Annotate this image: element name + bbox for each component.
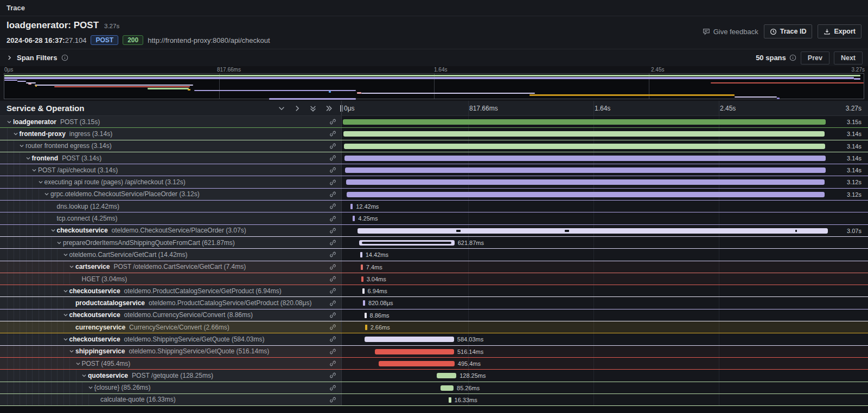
trace-minimap[interactable]: 0μs817.66ms1.64s2.45s3.27s bbox=[0, 66, 868, 101]
span-expander-icon[interactable] bbox=[37, 179, 44, 185]
span-link-icon[interactable] bbox=[329, 239, 336, 246]
span-filters-toggle[interactable]: Span Filters bbox=[7, 54, 68, 62]
expand-all-icon[interactable] bbox=[325, 105, 333, 112]
span-link-icon[interactable] bbox=[329, 275, 336, 282]
span-bar-cell[interactable]: 3.15s bbox=[342, 116, 868, 127]
span-duration-bar[interactable] bbox=[449, 397, 451, 403]
span-duration-bar[interactable] bbox=[362, 288, 365, 294]
span-expander-icon[interactable] bbox=[43, 191, 50, 197]
span-expander-icon[interactable] bbox=[24, 156, 32, 161]
span-expander-icon[interactable] bbox=[68, 349, 75, 354]
span-expander-icon[interactable] bbox=[62, 288, 69, 294]
span-bar-cell[interactable]: 3.14s bbox=[342, 164, 868, 176]
span-row[interactable]: productcatalogserviceoteldemo.ProductCat… bbox=[0, 297, 868, 309]
span-link-icon[interactable] bbox=[329, 396, 336, 403]
span-row[interactable]: POST /api/checkout (3.14s)3.14s bbox=[0, 164, 868, 176]
span-expander-icon[interactable] bbox=[62, 337, 69, 342]
span-expander-icon[interactable] bbox=[49, 228, 57, 233]
span-bar-cell[interactable]: 621.87ms bbox=[342, 237, 868, 248]
span-bar-cell[interactable]: 495.4ms bbox=[342, 358, 868, 369]
span-expander-icon[interactable] bbox=[30, 167, 38, 173]
span-bar-cell[interactable]: 14.42ms bbox=[342, 249, 868, 260]
span-link-icon[interactable] bbox=[329, 166, 336, 173]
span-duration-bar[interactable] bbox=[353, 216, 355, 221]
span-row[interactable]: frontendPOST (3.14s)3.14s bbox=[0, 152, 868, 164]
span-link-icon[interactable] bbox=[329, 263, 336, 270]
span-expander-icon[interactable] bbox=[18, 143, 25, 149]
span-link-icon[interactable] bbox=[329, 360, 336, 367]
span-duration-bar[interactable] bbox=[358, 228, 828, 234]
minimap-viewport[interactable] bbox=[4, 73, 864, 99]
span-bar-cell[interactable]: 7.4ms bbox=[342, 261, 868, 273]
collapse-all-icon[interactable] bbox=[309, 105, 317, 112]
span-row[interactable]: checkoutserviceoteldemo.ProductCatalogSe… bbox=[0, 285, 868, 297]
span-duration-bar[interactable] bbox=[379, 361, 455, 366]
span-duration-bar[interactable] bbox=[350, 204, 353, 209]
span-expander-icon[interactable] bbox=[12, 131, 20, 137]
span-expander-icon[interactable] bbox=[80, 373, 88, 378]
span-duration-bar[interactable] bbox=[343, 119, 826, 125]
span-row[interactable]: currencyserviceCurrencyService/Convert (… bbox=[0, 321, 868, 333]
span-duration-bar[interactable] bbox=[344, 156, 826, 161]
span-row[interactable]: frontend-proxyingress (3.14s)3.14s bbox=[0, 128, 868, 140]
span-row[interactable]: HGET (3.04ms)3.04ms bbox=[0, 273, 868, 285]
give-feedback-link[interactable]: Give feedback bbox=[703, 24, 758, 38]
span-row[interactable]: tcp.connect (4.25ms)4.25ms bbox=[0, 212, 868, 224]
span-bar-cell[interactable]: 16.33ms bbox=[342, 394, 868, 405]
span-link-icon[interactable] bbox=[329, 300, 336, 307]
span-duration-bar[interactable] bbox=[345, 167, 826, 173]
span-bar-cell[interactable]: 3.14s bbox=[342, 140, 868, 152]
span-bar-cell[interactable]: 3.12s bbox=[342, 176, 868, 188]
span-duration-bar[interactable] bbox=[346, 179, 825, 185]
span-bar-cell[interactable]: 12.42ms bbox=[342, 201, 868, 212]
span-link-icon[interactable] bbox=[329, 215, 336, 222]
span-duration-bar[interactable] bbox=[344, 144, 825, 149]
span-row[interactable]: calculate-quote (16.33ms)16.33ms bbox=[0, 394, 868, 406]
span-row[interactable]: executing api route (pages) /api/checkou… bbox=[0, 176, 868, 188]
span-bar-cell[interactable]: 4.25ms bbox=[342, 212, 868, 224]
span-duration-bar[interactable] bbox=[363, 300, 365, 306]
info-icon[interactable] bbox=[61, 54, 68, 61]
span-row[interactable]: {closure} (85.26ms)85.26ms bbox=[0, 382, 868, 394]
span-link-icon[interactable] bbox=[329, 287, 336, 294]
span-row[interactable]: cartservicePOST /oteldemo.CartService/Ge… bbox=[0, 261, 868, 273]
export-button[interactable]: Export bbox=[818, 24, 861, 38]
span-row[interactable]: grpc.oteldemo.CheckoutService/PlaceOrder… bbox=[0, 189, 868, 201]
span-row[interactable]: router frontend egress (3.14s)3.14s bbox=[0, 140, 868, 152]
span-duration-bar[interactable] bbox=[360, 252, 362, 257]
span-row[interactable]: checkoutserviceoteldemo.ShippingService/… bbox=[0, 333, 868, 345]
span-link-icon[interactable] bbox=[329, 348, 336, 355]
span-row[interactable]: shippingserviceoteldemo.ShippingService/… bbox=[0, 346, 868, 358]
span-link-icon[interactable] bbox=[329, 312, 336, 319]
span-duration-bar[interactable] bbox=[361, 264, 363, 270]
span-link-icon[interactable] bbox=[329, 191, 336, 198]
span-duration-bar[interactable] bbox=[347, 192, 825, 197]
trace-id-button[interactable]: Trace ID bbox=[764, 24, 813, 38]
span-link-icon[interactable] bbox=[329, 335, 336, 343]
span-link-icon[interactable] bbox=[329, 179, 336, 186]
span-bar-cell[interactable]: 3.12s bbox=[342, 189, 868, 200]
collapse-one-icon[interactable] bbox=[278, 105, 285, 112]
span-link-icon[interactable] bbox=[329, 130, 336, 137]
span-expander-icon[interactable] bbox=[5, 119, 13, 125]
span-row[interactable]: checkoutserviceoteldemo.CheckoutService/… bbox=[0, 225, 868, 237]
span-row[interactable]: oteldemo.CartService/GetCart (14.42ms)14… bbox=[0, 249, 868, 261]
span-bar-cell[interactable]: 820.08μs bbox=[342, 297, 868, 308]
prev-span-button[interactable]: Prev bbox=[801, 51, 829, 64]
span-expander-icon[interactable] bbox=[68, 264, 75, 269]
pane-resize-handle[interactable] bbox=[339, 105, 344, 112]
span-bar-cell[interactable]: 6.94ms bbox=[342, 285, 868, 296]
span-duration-bar[interactable] bbox=[437, 373, 456, 378]
span-row[interactable]: POST (495.4ms)495.4ms bbox=[0, 358, 868, 370]
span-duration-bar[interactable] bbox=[365, 313, 367, 318]
span-bar-cell[interactable]: 584.03ms bbox=[342, 333, 868, 345]
span-bar-cell[interactable]: 3.07s bbox=[342, 225, 868, 236]
span-duration-bar[interactable] bbox=[375, 349, 454, 354]
info-icon[interactable] bbox=[789, 54, 796, 61]
span-link-icon[interactable] bbox=[329, 372, 336, 379]
span-bar-cell[interactable]: 8.86ms bbox=[342, 309, 868, 321]
span-duration-bar[interactable] bbox=[359, 240, 455, 246]
span-link-icon[interactable] bbox=[329, 143, 336, 150]
next-span-button[interactable]: Next bbox=[834, 51, 863, 64]
span-duration-bar[interactable] bbox=[361, 276, 363, 282]
